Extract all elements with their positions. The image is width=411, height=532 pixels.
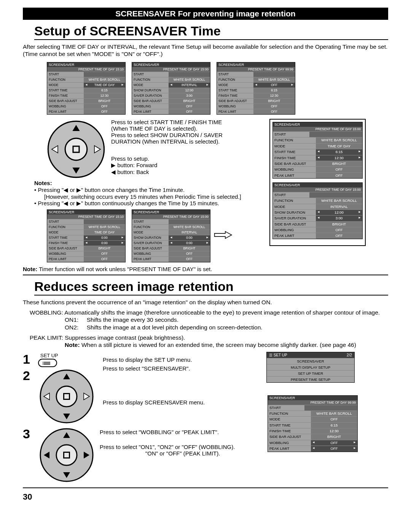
peak-note-bold: Note: — [65, 342, 80, 348]
notes-label: Notes: — [34, 180, 52, 186]
section2-title: Reduces screen image retention — [34, 279, 388, 296]
osd-mid-group: SCREENSAVERPRESENT TIME OF DAY 15:10STAR… — [46, 208, 212, 263]
dpad-step3 — [38, 427, 95, 484]
peak-note: When a still picture is viewed for an ex… — [80, 342, 356, 348]
intro-paragraph: After selecting TIME OF DAY or INTERVAL,… — [23, 43, 388, 58]
step3c-text: "ON" or "OFF" (PEAK LIMIT). — [145, 450, 235, 457]
retention-intro: These functions prevent the occurrence o… — [23, 299, 388, 306]
right-panel: SCREENSAVERPRESENT TIME OF DAY 15:00STAR… — [269, 119, 366, 246]
step-3: 3 — [23, 427, 38, 441]
setup-menu: ☰ SET UP 2/2 SCREENSAVERMULTI DISPLAY SE… — [266, 352, 355, 383]
peak-desc: Suppresses image contrast (peak brightne… — [65, 334, 185, 341]
note-timer: Timer function will not work unless "PRE… — [39, 266, 212, 272]
step2b-text: Press to display SCREENSAVER menu. — [103, 399, 205, 406]
instr-start-finish: Press to select START TIME / FINISH TIME — [111, 119, 252, 125]
on1-label: ON1: — [65, 316, 78, 323]
svg-point-12 — [43, 364, 43, 365]
instr-forward: ▶ button: Forward — [111, 162, 252, 169]
setup-menu-title: SET UP — [274, 353, 287, 357]
section1-title: Setup of SCREENSAVER Time — [34, 24, 388, 40]
step3a-text: Press to select "WOBBLING" or "PEAK LIMI… — [100, 429, 235, 435]
arrow-right-icon — [214, 229, 233, 242]
step-2: 2 — [23, 368, 38, 383]
svg-point-14 — [56, 386, 77, 407]
instr-setup: Press to setup. — [111, 155, 252, 162]
instr-show-saver: Press to select SHOW DURATION / SAVER DU… — [111, 132, 252, 145]
wobbling-label: WOBBLING: — [30, 309, 63, 316]
note-timer-bold: Note: — [23, 266, 37, 272]
instr-back: ◀ button: Back — [111, 169, 252, 176]
note-1: • Pressing "◀ or ▶" button once changes … — [34, 187, 266, 193]
on1-desc: Shifts the image every 30 seconds. — [87, 316, 178, 323]
wobbling-desc: Automatically shifts the image (therefor… — [64, 309, 380, 316]
note-2: • Pressing "◀ or ▶" button continuously … — [34, 200, 266, 207]
step-1: 1 — [23, 352, 38, 367]
osd-top-group: SCREENSAVERPRESENT TIME OF DAY 15:10STAR… — [46, 61, 388, 116]
svg-point-1 — [65, 138, 87, 160]
on2-desc: Shifts the image at a dot level pitch de… — [87, 324, 263, 331]
page-number: 30 — [23, 492, 388, 502]
osd-bottom: SCREENSAVERPRESENT TIME OF DAY 99:99STAR… — [266, 394, 388, 453]
setup-button-icon — [38, 359, 57, 367]
svg-point-10 — [43, 362, 43, 363]
svg-point-11 — [43, 363, 43, 364]
setup-menu-page: 2/2 — [347, 353, 352, 357]
step3b-text: Press to select "ON1", "ON2" or "OFF" (W… — [100, 444, 235, 450]
dpad-illustration — [46, 119, 107, 180]
step1-text: Press to display the SET UP menu. — [103, 356, 205, 363]
setup-label: SET UP — [40, 353, 58, 358]
svg-point-21 — [56, 445, 77, 465]
on2-label: ON2: — [65, 324, 78, 331]
dpad-step2 — [38, 368, 95, 425]
step2-text: Press to select "SCREENSAVER". — [103, 365, 205, 372]
osd-right-group: SCREENSAVERPRESENT TIME OF DAY 15:00STAR… — [272, 122, 363, 239]
peak-label: PEAK LIMIT: — [30, 334, 63, 341]
instr-tod: (When TIME OF DAY is selected). — [111, 125, 252, 132]
note-1b: [However, switching occurs every 15 minu… — [44, 193, 266, 200]
banner-title: SCREENSAVER For preventing image retenti… — [23, 8, 388, 20]
